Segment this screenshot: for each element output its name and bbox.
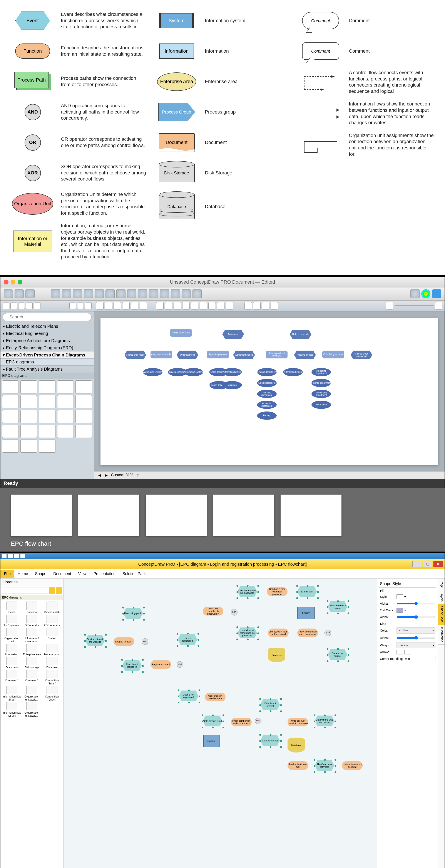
selection-handle[interactable] [296,591,298,593]
selection-handle[interactable] [326,606,329,608]
tool-icon[interactable] [10,303,17,309]
selection-handle[interactable] [187,645,189,647]
arrow-end[interactable] [404,650,411,654]
selection-handle[interactable] [307,597,309,599]
selection-handle[interactable] [84,634,86,636]
selection-handle[interactable] [296,585,298,587]
selection-handle[interactable] [178,689,180,691]
flowchart-node[interactable]: Data is not correct [260,699,280,710]
selection-handle[interactable] [259,710,261,712]
stencil-item[interactable]: Disk storage [22,657,41,669]
palette-shape[interactable] [2,380,19,394]
maximize-button[interactable]: ▢ [423,561,433,567]
ribbon-tab[interactable]: Presentation [90,570,119,578]
selection-handle[interactable] [84,640,86,642]
palette-shape[interactable] [75,395,92,408]
stencil-item[interactable]: Enterprise area [22,644,41,656]
flowchart-node[interactable]: System [297,607,315,619]
line-color-select[interactable]: No Line [396,627,436,633]
flowchart-node[interactable]: XOR [142,638,148,645]
selection-handle[interactable] [259,698,261,700]
selection-handle[interactable] [212,726,214,728]
close-button[interactable]: ✕ [433,561,443,567]
selection-handle[interactable] [326,660,329,662]
toolbar-icon[interactable] [8,554,12,558]
flowchart-node[interactable]: Products shipped [294,350,316,359]
selection-handle[interactable] [143,607,145,609]
flowchart-node[interactable]: Analyse client's order [151,350,172,359]
flowchart-node[interactable]: Clients order made [170,329,192,337]
selection-handle[interactable] [326,654,329,656]
tool-icon[interactable] [245,302,252,309]
selection-handle[interactable] [347,612,350,614]
stencil-item[interactable]: Information/ material o... [22,628,41,643]
line-weight-select[interactable]: Hairline [396,642,436,648]
selection-handle[interactable] [177,633,179,635]
stencil-item[interactable]: Organisation unit assig... [22,686,41,701]
tool-icon[interactable] [96,302,103,309]
selection-handle[interactable] [236,626,239,628]
tool-icon[interactable] [226,302,233,309]
tool-icon[interactable] [200,302,207,309]
selection-handle[interactable] [280,704,282,706]
flowchart-node[interactable]: Data form is filled [203,716,222,726]
zoom-in-icon[interactable] [435,302,442,309]
stencil-item[interactable]: Control flow (Smart) [42,670,62,685]
flowchart-node[interactable]: Automation System [283,368,303,376]
flowchart-node[interactable]: Accounting department [312,390,331,398]
palette-shape[interactable] [21,410,37,423]
toolbar-icon[interactable] [149,289,158,299]
selection-handle[interactable] [222,720,224,722]
ribbon-tab[interactable]: File [0,570,14,578]
selection-handle[interactable] [326,600,329,602]
selection-handle[interactable] [334,726,337,728]
selection-handle[interactable] [236,632,239,634]
toolbar-icon[interactable] [127,289,136,299]
flowchart-node[interactable]: Agreement [222,330,244,339]
selection-handle[interactable] [334,771,337,773]
gallery-thumb[interactable] [213,495,274,536]
selection-handle[interactable] [257,632,259,634]
selection-handle[interactable] [197,639,199,641]
flowchart-node[interactable]: Sales department [257,379,277,387]
tool-icon[interactable] [34,303,40,309]
flowchart-node[interactable]: Proof completion and correctness [297,628,318,637]
selection-handle[interactable] [236,638,239,641]
palette-shape[interactable] [75,380,92,394]
selection-handle[interactable] [122,619,124,621]
selection-handle[interactable] [307,585,309,587]
selection-handle[interactable] [324,714,326,716]
flowchart-node[interactable]: Client's price made [124,350,146,359]
flowchart-node[interactable]: Database [288,738,305,752]
palette-shape[interactable] [39,395,55,408]
color2-swatch[interactable] [396,608,403,613]
selection-handle[interactable] [197,633,199,635]
selection-handle[interactable] [212,714,214,716]
selection-handle[interactable] [121,671,123,673]
flowchart-node[interactable]: User is not logged in [122,660,142,671]
selection-handle[interactable] [313,720,316,722]
selection-handle[interactable] [188,689,190,691]
selection-handle[interactable] [247,585,249,587]
palette-shape[interactable] [39,380,55,394]
selection-handle[interactable] [236,591,239,593]
library-search-input[interactable] [2,587,48,594]
selection-handle[interactable] [334,714,337,716]
maximize-button[interactable] [18,280,23,284]
palette-shape[interactable] [75,425,92,438]
toolbar-icon[interactable] [4,289,13,299]
palette-shape[interactable] [39,439,55,453]
selection-handle[interactable] [188,702,190,704]
toolbar-icon[interactable] [182,289,191,299]
selection-handle[interactable] [247,597,249,599]
selection-handle[interactable] [337,600,339,602]
flowchart-node[interactable]: Equipment [222,381,242,389]
selection-handle[interactable] [334,720,337,722]
stencil-item[interactable]: Information flow (Direct) [2,702,21,717]
flowchart-node[interactable]: User's access activated [315,760,334,771]
ribbon-tab[interactable]: View [74,570,90,578]
selection-handle[interactable] [259,734,261,736]
selection-handle[interactable] [222,726,224,728]
flowchart-node[interactable]: E-mail sent [297,586,317,597]
selection-handle[interactable] [142,671,144,673]
